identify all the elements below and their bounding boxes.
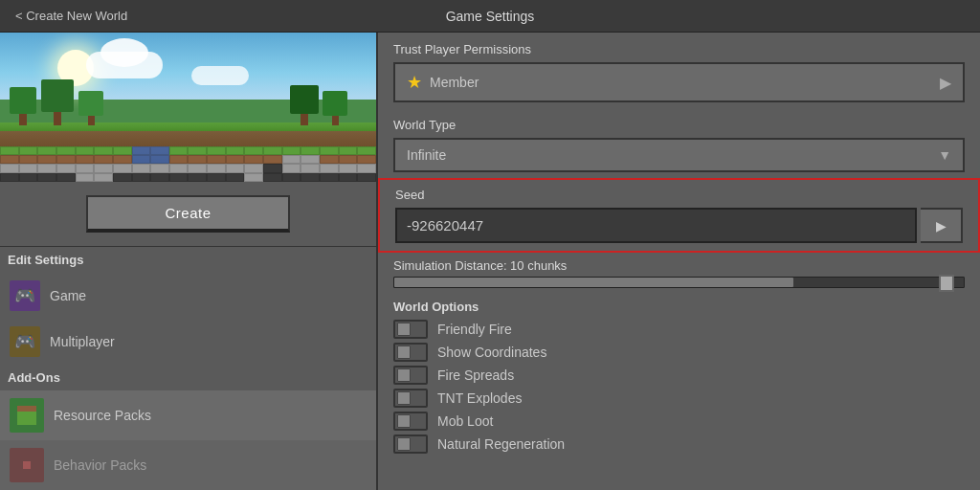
- world-type-dropdown[interactable]: Infinite ▼: [393, 138, 965, 172]
- mob-loot-label: Mob Loot: [437, 413, 493, 429]
- block: [113, 164, 132, 172]
- block: [244, 146, 263, 155]
- cloud1: [86, 52, 163, 78]
- toggle-friendly-fire: Friendly Fire: [393, 320, 965, 339]
- block: [320, 173, 339, 182]
- block: [282, 173, 301, 182]
- friendly-fire-toggle[interactable]: [393, 320, 428, 339]
- chevron-right-icon: ▶: [940, 74, 951, 92]
- toggle-show-coordinates: Show Coordinates: [393, 343, 965, 362]
- block: [339, 155, 358, 164]
- block: [169, 173, 189, 182]
- trust-permissions-dropdown[interactable]: ★ Member ▶: [393, 62, 965, 102]
- seed-section: Seed ▶: [378, 178, 980, 253]
- natural-regeneration-label: Natural Regeneration: [437, 436, 565, 452]
- natural-regeneration-toggle[interactable]: [393, 434, 428, 454]
- block: [301, 164, 320, 172]
- block: [207, 146, 226, 155]
- toggle-tnt-explodes: TNT Explodes: [393, 389, 965, 408]
- block: [188, 164, 207, 172]
- create-button[interactable]: Create: [86, 195, 289, 233]
- tree-leaves: [78, 91, 103, 116]
- block: [301, 146, 320, 155]
- block: [244, 155, 263, 164]
- tree-leaves: [323, 91, 347, 116]
- block: [76, 164, 95, 172]
- block: [94, 173, 113, 182]
- trees: [10, 79, 103, 125]
- add-ons-label: Add-Ons: [0, 365, 376, 390]
- ground: [0, 122, 376, 182]
- tree-trunk: [88, 116, 95, 125]
- resource-pack-icon: [10, 398, 44, 433]
- block: [113, 146, 132, 155]
- toggle-knob: [397, 391, 411, 405]
- seed-input[interactable]: [395, 208, 917, 243]
- block: [207, 173, 226, 182]
- block: [226, 146, 245, 155]
- block: [56, 146, 76, 155]
- sidebar-item-multiplayer[interactable]: 🎮 Multiplayer: [0, 319, 376, 365]
- back-button[interactable]: < Create New World: [15, 9, 127, 23]
- tnt-explodes-toggle[interactable]: [393, 389, 428, 408]
- tnt-explodes-label: TNT Explodes: [437, 390, 522, 406]
- slider-thumb[interactable]: [939, 275, 954, 292]
- show-coordinates-toggle[interactable]: [393, 343, 428, 362]
- block: [339, 173, 358, 182]
- block: [37, 164, 56, 172]
- main-content: Create Edit Settings 🎮 Game 🎮 Multiplaye…: [0, 33, 980, 490]
- block: [150, 155, 169, 164]
- block: [19, 173, 38, 182]
- block: [132, 173, 151, 182]
- block: [301, 173, 320, 182]
- world-options-label: World Options: [393, 300, 965, 314]
- sidebar-multiplayer-label: Multiplayer: [50, 334, 115, 349]
- world-type-section: World Type Infinite ▼: [378, 108, 980, 178]
- block: [357, 173, 376, 182]
- block: [76, 173, 95, 182]
- block: [94, 146, 113, 155]
- block: [94, 155, 113, 164]
- block: [0, 173, 19, 182]
- tree-trunk: [301, 114, 308, 125]
- friendly-fire-label: Friendly Fire: [437, 322, 512, 337]
- addon-item-behavior-packs[interactable]: Behavior Packs: [0, 440, 376, 490]
- block: [320, 164, 339, 172]
- back-label: < Create New World: [15, 9, 127, 23]
- block: [132, 146, 151, 155]
- block: [188, 155, 207, 164]
- toggle-fire-spreads: Fire Spreads: [393, 366, 965, 385]
- block: [19, 146, 38, 155]
- tree-trunk: [332, 116, 339, 125]
- tree: [290, 85, 319, 125]
- edit-settings-label: Edit Settings: [0, 247, 376, 273]
- toggle-knob: [397, 437, 411, 451]
- block: [207, 164, 226, 172]
- fire-spreads-label: Fire Spreads: [437, 368, 514, 383]
- tree: [10, 87, 36, 125]
- block: [282, 146, 301, 155]
- block: [94, 164, 113, 172]
- block: [76, 146, 95, 155]
- show-coordinates-label: Show Coordinates: [437, 345, 546, 360]
- addon-item-resource-packs[interactable]: Resource Packs: [0, 390, 376, 440]
- tree-leaves: [290, 85, 319, 114]
- block: [282, 155, 301, 164]
- trust-permissions-section: Trust Player Permissions ★ Member ▶: [378, 33, 980, 108]
- mob-loot-toggle[interactable]: [393, 412, 428, 431]
- block: [263, 155, 282, 164]
- block: [301, 155, 320, 164]
- block: [150, 173, 169, 182]
- sidebar-item-game[interactable]: 🎮 Game: [0, 273, 376, 319]
- sim-distance-slider[interactable]: [393, 277, 965, 288]
- fire-spreads-toggle[interactable]: [393, 366, 428, 385]
- block: [263, 146, 282, 155]
- block: [113, 155, 132, 164]
- block: [339, 164, 358, 172]
- block: [37, 155, 56, 164]
- block: [244, 164, 263, 172]
- block: [169, 155, 189, 164]
- seed-go-button[interactable]: ▶: [921, 208, 963, 243]
- block: [113, 173, 132, 182]
- behavior-packs-label: Behavior Packs: [54, 457, 146, 473]
